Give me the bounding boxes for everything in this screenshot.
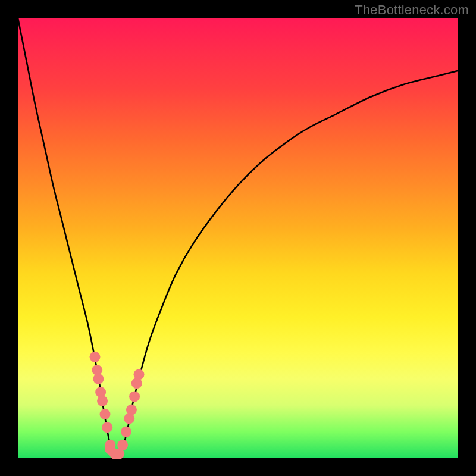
marker-dot — [100, 409, 111, 419]
marker-dot — [126, 405, 137, 415]
watermark-text: TheBottleneck.com — [355, 2, 469, 18]
chart-svg — [18, 18, 458, 458]
chart-plot-area — [18, 18, 458, 458]
marker-dot — [93, 374, 104, 384]
marker-dot — [121, 427, 131, 437]
marker-dot — [129, 391, 140, 402]
marker-dot — [90, 352, 101, 362]
highlight-markers — [90, 352, 145, 459]
chart-frame: TheBottleneck.com — [0, 0, 476, 476]
marker-dot — [102, 422, 112, 433]
marker-dot — [134, 369, 145, 380]
marker-dot — [117, 440, 128, 450]
marker-dot — [95, 387, 106, 397]
marker-dot — [97, 396, 108, 406]
curve-path — [18, 18, 458, 455]
bottleneck-curve — [18, 18, 458, 455]
